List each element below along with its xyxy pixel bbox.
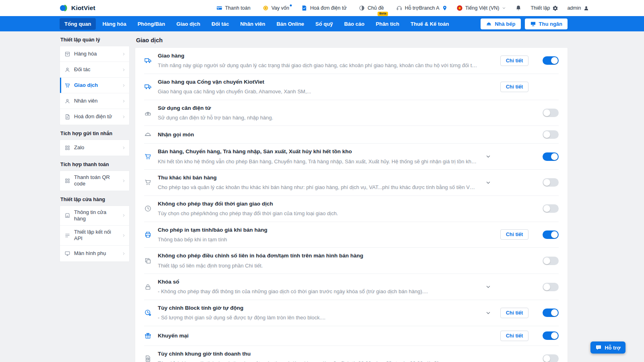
- toggle-slot: [543, 309, 559, 317]
- expand-chevron-icon[interactable]: [485, 179, 491, 186]
- kiotviet-logo[interactable]: KiotViet: [60, 4, 95, 12]
- expand-chevron-icon[interactable]: [485, 153, 491, 160]
- toggle-slot: [543, 230, 559, 239]
- toggle-slot: [543, 354, 559, 362]
- setting-text: Khóa sổ- Không cho phép thay đổi thông t…: [158, 278, 481, 295]
- nav-item-phong-ban[interactable]: Phòng/Bàn: [133, 18, 170, 30]
- setting-text: Sử dụng cân điện tửSử dụng cân điện tử h…: [158, 105, 481, 121]
- topbar-link-hoa-don-dien-tu[interactable]: Hoá đơn điện tử: [301, 5, 347, 11]
- box-icon: [64, 51, 70, 57]
- api-icon: [64, 232, 70, 239]
- chevron-right-icon: [122, 179, 126, 183]
- detail-button[interactable]: Chi tiết: [500, 229, 528, 240]
- sidebar-group: Thông tin cửa hàngThiết lập kết nối APIM…: [60, 206, 130, 262]
- caret-down-icon: [502, 6, 506, 10]
- topbar-link-label: Hoá đơn điện tử: [310, 5, 347, 11]
- topbar-link-thanh-toan[interactable]: Thanh toán: [216, 5, 250, 11]
- sidebar-item-thanh-toan-qr-code[interactable]: Thanh toán QR code: [60, 171, 129, 191]
- toggle-switch[interactable]: [543, 257, 559, 265]
- toggle-switch[interactable]: [543, 309, 559, 317]
- sidebar-item-giao-dich[interactable]: Giao dịch: [60, 78, 129, 93]
- headset-icon: [396, 5, 402, 11]
- cashier-icon: [530, 21, 536, 27]
- expand-chevron-icon[interactable]: [485, 310, 491, 316]
- content-area: Thiết lập quản lýHàng hóaĐối tácGiao dịc…: [0, 31, 644, 362]
- page-title: Giao dịch: [135, 35, 568, 48]
- sidebar-section-heading: Tích hợp gửi tin nhắn: [60, 125, 130, 140]
- expand-chevron-icon[interactable]: [485, 284, 491, 290]
- toggle-switch[interactable]: [543, 130, 559, 139]
- sidebar-item-hoa-don-dien-tu[interactable]: Hoá đơn điện tử: [60, 109, 129, 125]
- setting-title: Khuyến mại: [158, 332, 477, 339]
- detail-button[interactable]: Chi tiết: [500, 82, 528, 92]
- nav-item-thue-ke-toan[interactable]: Thuế & Kế toán: [406, 18, 454, 30]
- topbar-link-chu-de[interactable]: Chủ đềBeta: [359, 5, 384, 11]
- toggle-slot: [543, 257, 559, 265]
- toggle-switch[interactable]: [543, 283, 559, 291]
- setting-row-ban-hang-chuyen-hang-tra-hang-nhap-san-xua: Bán hàng, Chuyển hàng, Trả hàng nhập, Sả…: [144, 144, 559, 170]
- toggle-switch[interactable]: [543, 354, 559, 362]
- sidebar-item-zalo[interactable]: Zalo: [60, 140, 129, 156]
- nav-item-so-quy[interactable]: Sổ quỹ: [311, 18, 338, 30]
- user-menu[interactable]: admin: [567, 5, 589, 11]
- chevron-slot: [481, 284, 495, 290]
- nav-item-doi-tac[interactable]: Đối tác: [207, 18, 234, 30]
- sidebar-item-hang-hoa[interactable]: Hàng hóa: [60, 46, 129, 62]
- toggle-switch[interactable]: [543, 56, 559, 65]
- nav-item-phan-tich[interactable]: Phân tích: [371, 18, 405, 30]
- toggle-slot: [543, 283, 559, 291]
- topbar-link-label: Vay vốn: [271, 5, 289, 11]
- topbar-link-ho-tro[interactable]: Hỗ trợ: [396, 5, 419, 11]
- setting-text: Tùy chỉnh Block tính giờ tự động- Số lượ…: [158, 304, 481, 321]
- setting-title: Nhận gọi món: [158, 131, 477, 138]
- sidebar-item-thong-tin-cua-hang[interactable]: Thông tin cửa hàng: [60, 206, 129, 226]
- toggle-switch[interactable]: [543, 331, 559, 340]
- setting-row-khoa-so: Khóa sổ- Không cho phép thay đổi thông t…: [144, 274, 559, 300]
- support-fab-label: Hỗ trợ: [605, 345, 621, 351]
- nav-action-nha-bep[interactable]: Nhà bếp: [481, 19, 520, 29]
- toggle-switch[interactable]: [543, 230, 559, 239]
- branch-selector[interactable]: Branch A: [419, 5, 448, 11]
- nav-item-nhan-vien[interactable]: Nhân viên: [235, 18, 270, 30]
- bell-icon[interactable]: [515, 5, 522, 11]
- setting-title: Không cho phép thay đổi thời gian giao d…: [158, 200, 477, 208]
- chevron-right-icon: [122, 52, 126, 56]
- detail-button[interactable]: Chi tiết: [500, 331, 528, 341]
- setting-row-giao-hang-qua-cong-van-chuyen-kiotviet: Giao hàng qua Cổng vận chuyển KiotVietGi…: [144, 74, 559, 100]
- cart-icon: [144, 179, 152, 186]
- partner-icon: [64, 67, 70, 73]
- sidebar-item-nhan-vien[interactable]: Nhân viên: [60, 93, 129, 109]
- chevron-right-icon: [122, 146, 126, 150]
- main-navigation-inner: Tổng quanHàng hóaPhòng/BànGiao dịchĐối t…: [0, 16, 644, 31]
- settings-card: Giao hàngTính năng này giúp người sử dụn…: [135, 48, 568, 362]
- detail-slot: Chi tiết: [495, 56, 534, 66]
- sidebar-item-doi-tac[interactable]: Đối tác: [60, 62, 129, 78]
- nav-item-giao-dich[interactable]: Giao dịch: [171, 18, 205, 30]
- payment-icon: [216, 5, 223, 11]
- toggle-switch[interactable]: [543, 152, 559, 161]
- einvoice-icon: [301, 5, 308, 11]
- nav-item-hang-hoa[interactable]: Hàng hóa: [97, 18, 131, 30]
- setting-row-nhan-goi-mon: Nhận gọi món: [144, 126, 559, 144]
- toggle-slot: [543, 331, 559, 340]
- settings-menu[interactable]: Thiết lập: [530, 5, 558, 11]
- sidebar-item-label: Thanh toán QR code: [74, 174, 118, 187]
- sidebar-item-label: Thông tin cửa hàng: [74, 209, 118, 222]
- sidebar-item-man-hinh-phu[interactable]: Màn hình phụ: [60, 246, 129, 261]
- toggle-switch[interactable]: [543, 178, 559, 187]
- setting-description: Giao hàng qua các hãng vận chuyển Grab, …: [158, 88, 477, 95]
- nav-action-thu-ngan[interactable]: Thu ngân: [525, 19, 568, 29]
- sidebar-item-thiet-lap-ket-noi-api[interactable]: Thiết lập kết nối API: [60, 226, 129, 246]
- support-fab-button[interactable]: Hỗ trợ: [590, 341, 625, 354]
- toggle-switch[interactable]: [543, 204, 559, 213]
- language-selector[interactable]: Tiếng Việt (VN): [456, 5, 507, 11]
- topbar-link-vay-von[interactable]: Vay vốn: [262, 5, 289, 11]
- nav-item-ban-online[interactable]: Bán Online: [272, 18, 309, 30]
- nav-item-tong-quan[interactable]: Tổng quan: [60, 18, 96, 30]
- topbar-inner: KiotViet Thanh toánVay vốnHoá đơn điện t…: [0, 0, 644, 16]
- setting-row-tuy-chinh-block-tinh-gio-tu-dong: Tùy chỉnh Block tính giờ tự động- Số lượ…: [144, 300, 559, 326]
- toggle-switch[interactable]: [543, 109, 559, 117]
- detail-button[interactable]: Chi tiết: [500, 56, 528, 66]
- detail-button[interactable]: Chi tiết: [500, 308, 528, 318]
- nav-item-bao-cao[interactable]: Báo cáo: [339, 18, 369, 30]
